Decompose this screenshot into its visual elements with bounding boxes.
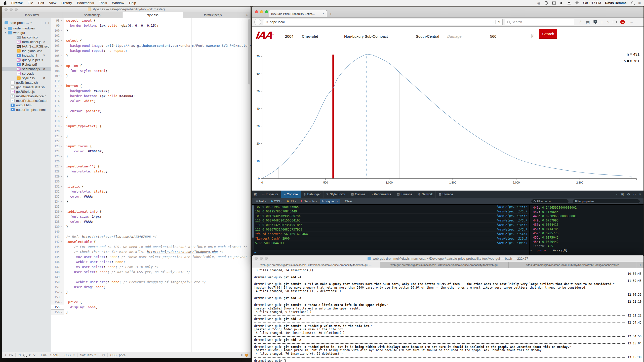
editor-tab-style.css[interactable]: style.css (123, 12, 183, 18)
tree-item-mostProb…riceData.r[interactable]: RmostProb…riceData.r (2, 98, 51, 103)
zoom-window-button[interactable] (265, 10, 268, 13)
terminal-tab-1[interactable]: web-gui: dremmel@davis-imac.local: ~/Dev… (252, 262, 380, 268)
fold-marker-icon[interactable]: ▾ (60, 164, 63, 169)
url-bar[interactable]: ⊕ sppe.local ▾ ↻ (263, 19, 503, 25)
search-icon[interactable] (23, 354, 26, 356)
live-preview-icon[interactable]: ↻ (18, 353, 21, 357)
filter-css[interactable]: CSS▾ (269, 199, 285, 204)
fold-marker-icon[interactable]: ▴ (60, 310, 63, 315)
menu-item-view[interactable]: View (49, 1, 56, 5)
site-identity-icon[interactable]: ⊕ (265, 20, 268, 24)
devtools-tab-storage[interactable]: ▦Storage (436, 191, 456, 198)
menu-item-file[interactable]: File (28, 1, 33, 5)
console-row[interactable]: 112 0.00007831466833737959formHelpe… :14… (255, 227, 529, 232)
menu-item-bookmarks[interactable]: Bookmarks (77, 1, 94, 5)
console-row[interactable]: "found indexes" 56 169 6.8464formHelpe… … (255, 232, 529, 236)
fold-marker-icon[interactable]: ▴ (60, 114, 63, 119)
editor-titlebar[interactable]: style.css — sale-price-probability-tool … (2, 7, 251, 12)
console-source-link[interactable]: formHelpe… :145:7 (496, 205, 527, 209)
shield-icon[interactable]: ✓ (593, 20, 597, 24)
variables-pane[interactable]: 446: 0.14365950000000002447: 0.117064544… (530, 205, 643, 255)
star-icon[interactable]: ☆ (579, 20, 582, 24)
year-field[interactable]: 2004 (285, 31, 300, 40)
variable-row[interactable]: 446: 0.14365950000000002 (533, 206, 643, 210)
console-source-link[interactable]: formHelpe… :145:7 (496, 223, 527, 227)
search-bar[interactable]: Search (505, 19, 574, 25)
console-scrollbar[interactable] (252, 205, 254, 250)
filter-logging[interactable]: Logging▾ (320, 199, 340, 204)
nav-forward-button[interactable]: › (48, 21, 49, 25)
fold-marker-icon[interactable]: ▴ (60, 174, 63, 179)
console-source-link[interactable]: formHelpe… :145:7 (496, 214, 527, 218)
devtools-tab-debugger[interactable]: ◎Debugger (301, 191, 324, 198)
variable-row[interactable]: 450: 0.0564415 (533, 223, 643, 227)
fold-marker-icon[interactable]: ▴ (60, 28, 63, 33)
variable-row[interactable]: 454: 0.0080442 (533, 240, 643, 244)
new-terminal-tab-button[interactable]: + (637, 262, 643, 268)
price-field[interactable]: 560 ▲▼ (490, 31, 535, 40)
tree-item-output.html[interactable]: ◉output.html (2, 103, 51, 107)
variable-row[interactable]: 447: 0.1170645 (533, 210, 643, 214)
console-row[interactable]: 110 0.0007048320150364163formHelpe… :145… (255, 218, 529, 223)
close-tab-icon[interactable]: ✕ (322, 12, 325, 15)
sync-check-icon[interactable] (544, 1, 548, 5)
devtools-tab-canvas[interactable]: ▨Canvas (348, 191, 368, 198)
extension-status-icon[interactable] (245, 354, 248, 357)
tree-item-getRScript.js[interactable]: JSgetRScript.js (2, 89, 51, 94)
settings-icon[interactable]: ⚙▾ (9, 353, 13, 357)
browser-tab[interactable]: IAA Sale Price Probability Estim… ✕ (269, 10, 327, 17)
minimize-window-button[interactable] (260, 10, 263, 13)
variable-row[interactable]: 451: 0.0414785 (533, 227, 643, 231)
volume-icon[interactable] (560, 2, 563, 5)
fold-marker-icon[interactable]: ▾ (60, 18, 63, 23)
minimize-window-button[interactable] (10, 8, 13, 11)
download-icon[interactable]: ↓ (601, 20, 603, 24)
console-row[interactable]: 5763.50090844911formHelpe… :305:3 (255, 241, 529, 245)
region-field[interactable]: South-Central (416, 31, 444, 40)
console-input[interactable]: » (252, 250, 529, 255)
terminal-tab-3[interactable]: sites: dremmel@davis-imac.local: /Librar… (509, 262, 637, 268)
terminal-titlebar[interactable]: web-gui: dremmel@davis-imac.local: ~/Dev… (252, 255, 643, 262)
url-dropdown-icon[interactable]: ▾ (493, 21, 494, 23)
project-switcher[interactable]: sale-price-… ▾ ‹ › (2, 19, 51, 26)
fold-marker-icon[interactable]: ▴ (60, 154, 63, 159)
console-source-link[interactable]: formHelpe… :219:3 (496, 236, 527, 241)
disclosure-expanded-icon[interactable]: ▼ (5, 31, 7, 34)
devtools-tab-performance[interactable]: ◔Performance (368, 191, 394, 198)
git-branch-icon[interactable]: ⋎ (33, 353, 36, 357)
fold-marker-icon[interactable]: ▾ (60, 300, 63, 305)
tree-item-server.js[interactable]: JSserver.js (2, 71, 51, 76)
readinglist-icon[interactable]: ▤ (586, 20, 590, 24)
filter-net[interactable]: Net▾ (254, 199, 268, 204)
health-report-icon[interactable]: ♥ (29, 353, 31, 357)
editor-tab-index.html[interactable]: index.html (2, 12, 62, 18)
disclosure-collapsed-icon[interactable]: ▶ (531, 248, 533, 253)
devtools-tab-console[interactable]: »Console (281, 191, 301, 198)
soft-tabs-setting[interactable]: Soft Tabs: 2 (80, 353, 96, 357)
settings-icon[interactable]: ⚙ (627, 192, 630, 196)
close-icon[interactable]: × (639, 192, 641, 196)
settings-icon[interactable]: ⚙ (102, 353, 105, 357)
variable-row[interactable]: ▶__proto__: Array[0] (533, 248, 643, 253)
fold-marker-icon[interactable]: ▴ (60, 73, 63, 78)
fold-marker-icon[interactable]: ▴ (60, 290, 63, 295)
filter-output-input[interactable]: Filter output (531, 199, 569, 204)
menu-icon[interactable]: ≡ (630, 19, 633, 25)
responsive-icon[interactable]: ▫ (616, 192, 618, 196)
devtools-tab-inspector[interactable]: ▭Inspector (259, 191, 281, 198)
active-app-name[interactable]: Firefox (11, 1, 23, 5)
menu-item-history[interactable]: History (61, 1, 72, 5)
add-icon[interactable]: + (5, 353, 7, 357)
variable-row[interactable]: 448: 0.09389650000000001 (533, 214, 643, 218)
apple-menu-icon[interactable] (4, 1, 7, 5)
devtools-tab-timeline[interactable]: ▤Timeline (394, 191, 415, 198)
fold-marker-icon[interactable]: ▾ (60, 209, 63, 214)
zoom-window-button[interactable] (15, 8, 18, 11)
menu-item-help[interactable]: Help (129, 1, 136, 5)
notification-center-icon[interactable]: ≣ (638, 1, 641, 5)
console-row[interactable]: "Largest Cash" 2900formHelpe… :219:3 (255, 236, 529, 241)
terminal-output[interactable]: 3 files changed, 34 insertions(+)10:50:4… (252, 268, 643, 362)
minimize-window-button[interactable] (260, 257, 263, 260)
devtools-tab-network[interactable]: ◍Network (415, 191, 436, 198)
back-button[interactable]: ← (254, 19, 261, 25)
